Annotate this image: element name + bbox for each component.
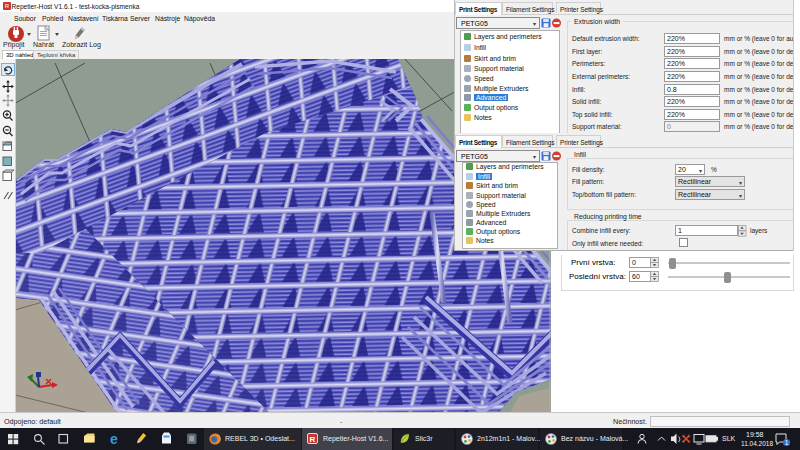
svg-text:e: e	[110, 431, 118, 447]
svg-text:1: 1	[785, 439, 789, 446]
